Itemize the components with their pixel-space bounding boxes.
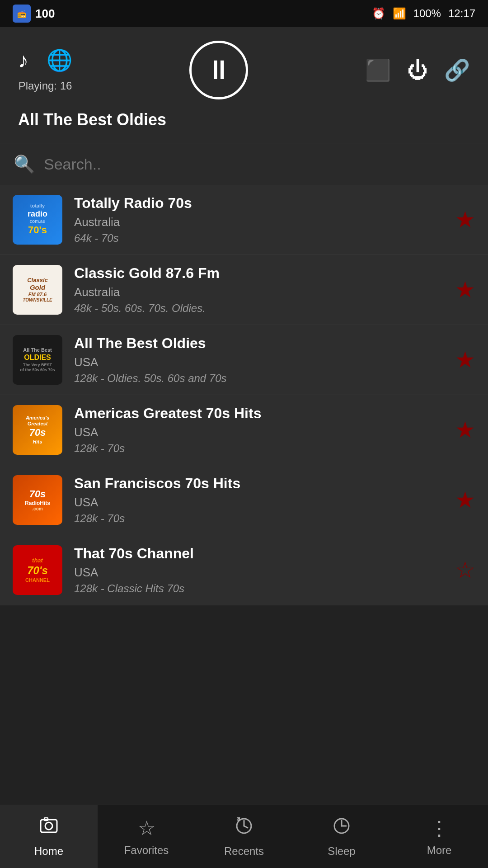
station-info-5: San Franciscos 70s Hits USA 128k - 70s xyxy=(74,475,446,525)
nav-label-more: More xyxy=(427,844,452,857)
station-country-3: USA xyxy=(74,355,446,369)
search-input[interactable] xyxy=(44,156,474,173)
share-button[interactable]: 🔗 xyxy=(444,58,470,82)
station-name-1: Totally Radio 70s xyxy=(74,195,446,212)
station-meta-6: 128k - Classic Hits 70s xyxy=(74,582,446,595)
nav-label-recents: Recents xyxy=(224,845,264,858)
player-header: ♪ 🌐 Playing: 16 ⏸ ⬛ ⏻ 🔗 All The Best Old… xyxy=(0,27,488,143)
station-info-4: Americas Greatest 70s Hits USA 128k - 70… xyxy=(74,405,446,455)
station-country-2: Australia xyxy=(74,285,446,299)
battery-text: 100% xyxy=(413,7,441,20)
station-logo-3: All The Best OLDIES The Very BESTof the … xyxy=(13,335,62,385)
nav-item-recents[interactable]: Recents xyxy=(195,805,293,868)
station-name-2: Classic Gold 87.6 Fm xyxy=(74,265,446,282)
list-item[interactable]: 70s RadioHits .com San Franciscos 70s Hi… xyxy=(0,465,488,535)
nav-item-home[interactable]: Home xyxy=(0,805,98,868)
station-meta-5: 128k - 70s xyxy=(74,512,446,525)
status-bar: 📻 100 ⏰ 📶 100% 12:17 xyxy=(0,0,488,27)
player-right-icons: ⬛ ⏻ 🔗 xyxy=(365,58,470,82)
favorite-star-6[interactable]: ☆ xyxy=(455,557,475,583)
favorite-star-1[interactable]: ★ xyxy=(455,207,475,233)
station-logo-1: totally radio com.au 70's xyxy=(13,195,62,245)
station-name-5: San Franciscos 70s Hits xyxy=(74,475,446,492)
nav-item-favorites[interactable]: ☆ Favorites xyxy=(98,805,195,868)
list-item[interactable]: that 70's CHANNEL That 70s Channel USA 1… xyxy=(0,535,488,605)
home-icon xyxy=(39,816,59,840)
player-controls-row: ♪ 🌐 Playing: 16 ⏸ ⬛ ⏻ 🔗 xyxy=(18,41,470,99)
nav-label-favorites: Favorites xyxy=(124,844,169,857)
nav-label-sleep: Sleep xyxy=(328,845,355,858)
station-meta-1: 64k - 70s xyxy=(74,232,446,245)
stop-button[interactable]: ⬛ xyxy=(365,58,391,82)
station-name-4: Americas Greatest 70s Hits xyxy=(74,405,446,422)
recents-icon xyxy=(234,816,254,840)
station-meta-4: 128k - 70s xyxy=(74,442,446,455)
more-icon: ⋮ xyxy=(429,816,449,840)
station-name-3: All The Best Oldies xyxy=(74,335,446,352)
favorite-star-2[interactable]: ★ xyxy=(455,277,475,303)
favorite-star-3[interactable]: ★ xyxy=(455,347,475,373)
power-button[interactable]: ⏻ xyxy=(407,58,428,82)
status-left: 📻 100 xyxy=(13,5,55,23)
nav-item-more[interactable]: ⋮ More xyxy=(390,805,488,868)
list-item[interactable]: All The Best OLDIES The Very BESTof the … xyxy=(0,325,488,395)
station-info-2: Classic Gold 87.6 Fm Australia 48k - 50s… xyxy=(74,265,446,315)
station-info-1: Totally Radio 70s Australia 64k - 70s xyxy=(74,195,446,245)
svg-point-1 xyxy=(45,822,52,830)
search-icon: 🔍 xyxy=(14,154,35,174)
globe-icon[interactable]: 🌐 xyxy=(47,48,72,72)
alarm-icon: ⏰ xyxy=(372,7,385,20)
station-info-3: All The Best Oldies USA 128k - Oldies. 5… xyxy=(74,335,446,385)
time-display: 12:17 xyxy=(448,7,475,20)
pause-button[interactable]: ⏸ xyxy=(189,41,248,99)
station-country-1: Australia xyxy=(74,215,446,229)
now-playing-title: All The Best Oldies xyxy=(18,110,166,129)
list-item[interactable]: Classic Gold FM 87.6 TOWNSVILLE Classic … xyxy=(0,255,488,325)
station-country-5: USA xyxy=(74,495,446,509)
music-note-icon[interactable]: ♪ xyxy=(18,48,28,72)
nav-item-sleep[interactable]: Sleep xyxy=(293,805,390,868)
favorite-star-5[interactable]: ★ xyxy=(455,487,475,513)
list-item[interactable]: America's Greatest 70s Hits Americas Gre… xyxy=(0,395,488,465)
station-info-6: That 70s Channel USA 128k - Classic Hits… xyxy=(74,545,446,595)
app-icon: 📻 xyxy=(13,5,31,23)
station-meta-2: 48k - 50s. 60s. 70s. Oldies. xyxy=(74,302,446,315)
player-left-icons-row: ♪ 🌐 xyxy=(18,48,72,72)
favorite-star-4[interactable]: ★ xyxy=(455,417,475,443)
nav-label-home: Home xyxy=(34,845,63,858)
playing-label: Playing: 16 xyxy=(19,80,72,92)
station-country-4: USA xyxy=(74,425,446,439)
station-logo-4: America's Greatest 70s Hits xyxy=(13,405,62,455)
favorites-icon: ☆ xyxy=(138,816,155,840)
list-item[interactable]: totally radio com.au 70's Totally Radio … xyxy=(0,185,488,255)
station-logo-2: Classic Gold FM 87.6 TOWNSVILLE xyxy=(13,265,62,315)
sleep-icon xyxy=(332,816,352,840)
bottom-nav: Home ☆ Favorites Recents Sleep ⋮ xyxy=(0,805,488,868)
pause-icon: ⏸ xyxy=(205,57,232,84)
player-left-icons: ♪ 🌐 Playing: 16 xyxy=(18,48,72,92)
station-name-6: That 70s Channel xyxy=(74,545,446,562)
status-right: ⏰ 📶 100% 12:17 xyxy=(372,7,475,20)
search-container[interactable]: 🔍 xyxy=(0,143,488,185)
svg-rect-0 xyxy=(41,820,57,832)
wifi-icon: 📶 xyxy=(393,7,406,20)
status-app-count: 100 xyxy=(35,7,55,21)
station-list: totally radio com.au 70's Totally Radio … xyxy=(0,185,488,605)
station-country-6: USA xyxy=(74,566,446,580)
station-logo-5: 70s RadioHits .com xyxy=(13,475,62,525)
station-logo-6: that 70's CHANNEL xyxy=(13,545,62,595)
station-meta-3: 128k - Oldies. 50s. 60s and 70s xyxy=(74,372,446,385)
